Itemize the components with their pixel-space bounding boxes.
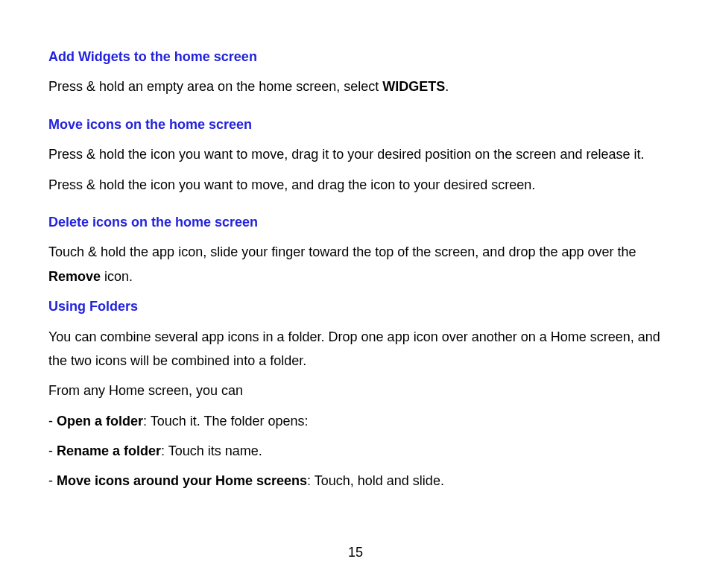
list-item: - Move icons around your Home screens: T… — [48, 469, 663, 493]
document-page: Add Widgets to the home screen Press & h… — [0, 0, 711, 588]
bold-text: Rename a folder — [57, 443, 161, 458]
text: Press & hold an empty area on the home s… — [48, 79, 382, 94]
list-item: - Open a folder: Touch it. The folder op… — [48, 409, 663, 433]
text: Touch & hold the app icon, slide your fi… — [48, 244, 636, 259]
bold-text: Move icons around your Home screens — [57, 473, 307, 488]
paragraph: Touch & hold the app icon, slide your fi… — [48, 240, 663, 288]
text: : Touch its name. — [161, 443, 262, 458]
paragraph: Press & hold an empty area on the home s… — [48, 75, 663, 98]
text: - — [48, 443, 57, 458]
text: icon. — [101, 269, 133, 284]
paragraph: You can combine several app icons in a f… — [48, 325, 663, 373]
paragraph: Press & hold the icon you want to move, … — [48, 142, 663, 166]
text: . — [445, 79, 449, 94]
heading-using-folders: Using Folders — [48, 294, 663, 318]
paragraph: Press & hold the icon you want to move, … — [48, 173, 663, 197]
text: : Touch, hold and slide. — [307, 473, 444, 488]
paragraph: From any Home screen, you can — [48, 379, 663, 402]
bold-text: Remove — [48, 269, 101, 284]
text: - — [48, 473, 57, 488]
bold-text: Open a folder — [57, 414, 143, 429]
text: : Touch it. The folder opens: — [143, 414, 308, 429]
page-number: 15 — [0, 540, 711, 564]
bold-text: WIDGETS — [382, 79, 445, 94]
list-item: - Rename a folder: Touch its name. — [48, 439, 663, 463]
heading-add-widgets: Add Widgets to the home screen — [48, 45, 663, 69]
text: - — [48, 414, 57, 429]
heading-delete-icons: Delete icons on the home screen — [48, 210, 663, 234]
heading-move-icons: Move icons on the home screen — [48, 113, 663, 136]
